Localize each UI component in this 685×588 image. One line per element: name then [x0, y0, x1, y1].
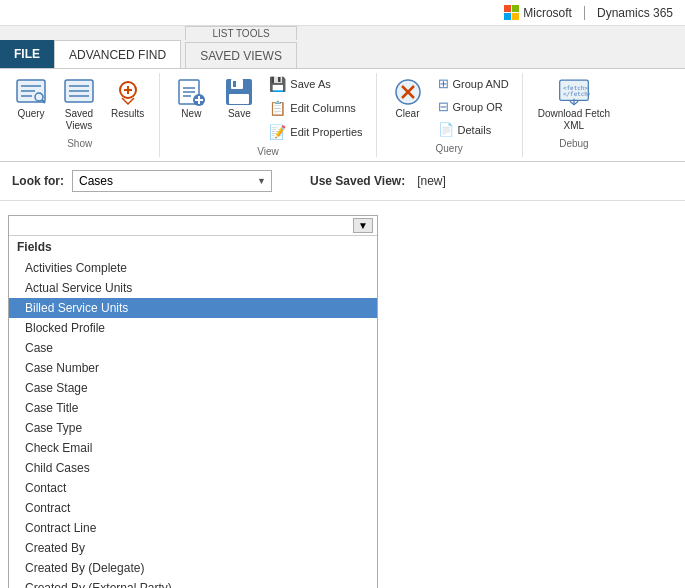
ribbon-content: Query SavedViews [0, 69, 685, 161]
save-as-button[interactable]: 💾 Save As [264, 73, 335, 95]
look-for-select-wrapper[interactable]: Cases [72, 170, 272, 192]
dynamics-label: Dynamics 365 [597, 6, 673, 20]
look-for-select[interactable]: Cases [72, 170, 272, 192]
list-item[interactable]: Blocked Profile [9, 318, 377, 338]
svg-rect-23 [233, 81, 236, 87]
dropdown-header: ▼ [9, 216, 377, 236]
list-item[interactable]: Billed Service Units [9, 298, 377, 318]
results-icon [112, 76, 144, 108]
ms-square-blue [504, 13, 511, 20]
details-icon: 📄 [438, 122, 454, 137]
details-label: Details [458, 124, 492, 136]
query-button[interactable]: Query [8, 73, 54, 123]
ms-logo: Microsoft Dynamics 365 [504, 5, 673, 20]
list-item[interactable]: Case Title [9, 398, 377, 418]
tab-advanced-find[interactable]: ADVANCED FIND [54, 40, 181, 68]
save-as-icon: 💾 [269, 76, 286, 92]
top-divider [584, 6, 585, 20]
main-content: ▼ Fields Activities CompleteActual Servi… [0, 201, 685, 588]
clear-button[interactable]: Clear [385, 73, 431, 123]
edit-columns-label: Edit Columns [290, 102, 355, 114]
show-group-items: Query SavedViews [8, 73, 151, 135]
ribbon-group-debug: <fetch> </fetch> Download FetchXML Debug [523, 73, 625, 157]
view-small-btns: 💾 Save As 📋 Edit Columns 📝 Edit Properti… [264, 73, 367, 143]
ribbon-group-show: Query SavedViews [0, 73, 160, 157]
edit-properties-button[interactable]: 📝 Edit Properties [264, 121, 367, 143]
debug-group-label: Debug [559, 138, 588, 149]
look-for-row: Look for: Cases Use Saved View: [new] [0, 162, 685, 201]
list-item[interactable]: Activities Complete [9, 258, 377, 278]
edit-columns-button[interactable]: 📋 Edit Columns [264, 97, 360, 119]
edit-properties-icon: 📝 [269, 124, 286, 140]
ribbon-group-query: Clear ⊞ Group AND ⊟ Group OR 📄 Details [377, 73, 523, 157]
download-fetch-xml-label: Download FetchXML [538, 108, 610, 132]
clear-icon [392, 76, 424, 108]
tab-saved-views[interactable]: SAVED VIEWS [185, 42, 297, 68]
details-button[interactable]: 📄 Details [433, 119, 514, 140]
list-item[interactable]: Actual Service Units [9, 278, 377, 298]
group-and-button[interactable]: ⊞ Group AND [433, 73, 514, 94]
saved-views-label: SavedViews [65, 108, 93, 132]
list-item[interactable]: Child Cases [9, 458, 377, 478]
show-group-label: Show [67, 138, 92, 149]
view-group-items: New Save 💾 [168, 73, 367, 143]
svg-rect-21 [231, 79, 243, 89]
group-or-button[interactable]: ⊟ Group OR [433, 96, 514, 117]
query-icon [15, 76, 47, 108]
results-button[interactable]: Results [104, 73, 151, 123]
ribbon: FILE ADVANCED FIND LIST TOOLS SAVED VIEW… [0, 26, 685, 162]
query-label: Query [17, 108, 44, 120]
saved-view-value: [new] [417, 174, 446, 188]
list-item[interactable]: Case Type [9, 418, 377, 438]
group-and-label: Group AND [453, 78, 509, 90]
ms-square-yellow [512, 13, 519, 20]
ribbon-group-view: New Save 💾 [160, 73, 376, 157]
ms-square-red [504, 5, 511, 12]
svg-text:</fetch>: </fetch> [563, 91, 590, 97]
edit-properties-label: Edit Properties [290, 126, 362, 138]
download-fetch-xml-icon: <fetch> </fetch> [558, 76, 590, 108]
clear-label: Clear [396, 108, 420, 120]
group-or-label: Group OR [453, 101, 503, 113]
dropdown-arrow-button[interactable]: ▼ [353, 218, 373, 233]
save-icon [223, 76, 255, 108]
list-tools-header: LIST TOOLS [185, 26, 297, 40]
list-item[interactable]: Created By (Delegate) [9, 558, 377, 578]
edit-columns-icon: 📋 [269, 100, 286, 116]
save-label: Save [228, 108, 251, 120]
new-label: New [181, 108, 201, 120]
new-icon [175, 76, 207, 108]
view-group-label: View [257, 146, 279, 157]
results-label: Results [111, 108, 144, 120]
group-and-icon: ⊞ [438, 76, 449, 91]
top-bar: Microsoft Dynamics 365 [0, 0, 685, 26]
query-right-btns: ⊞ Group AND ⊟ Group OR 📄 Details [433, 73, 514, 140]
list-item[interactable]: Created By (External Party) [9, 578, 377, 588]
list-item[interactable]: Created By [9, 538, 377, 558]
query-group-label: Query [436, 143, 463, 154]
ms-logo-squares [504, 5, 519, 20]
new-button[interactable]: New [168, 73, 214, 123]
query-group-items: Clear ⊞ Group AND ⊟ Group OR 📄 Details [385, 73, 514, 140]
saved-view-label: Use Saved View: [310, 174, 405, 188]
fields-header: Fields [9, 236, 377, 258]
list-item[interactable]: Case [9, 338, 377, 358]
list-item[interactable]: Case Number [9, 358, 377, 378]
ms-square-green [512, 5, 519, 12]
list-item[interactable]: Case Stage [9, 378, 377, 398]
debug-group-items: <fetch> </fetch> Download FetchXML [531, 73, 617, 135]
list-item[interactable]: Contract [9, 498, 377, 518]
list-item[interactable]: Check Email [9, 438, 377, 458]
list-item[interactable]: Contract Line [9, 518, 377, 538]
look-for-label: Look for: [12, 174, 64, 188]
saved-views-button[interactable]: SavedViews [56, 73, 102, 135]
microsoft-label: Microsoft [523, 6, 572, 20]
list-item[interactable]: Contact [9, 478, 377, 498]
fields-list[interactable]: Fields Activities CompleteActual Service… [9, 236, 377, 588]
saved-views-icon [63, 76, 95, 108]
download-fetch-xml-button[interactable]: <fetch> </fetch> Download FetchXML [531, 73, 617, 135]
tab-file[interactable]: FILE [0, 40, 54, 68]
save-button[interactable]: Save [216, 73, 262, 123]
save-as-label: Save As [290, 78, 330, 90]
fields-dropdown: ▼ Fields Activities CompleteActual Servi… [8, 215, 378, 588]
